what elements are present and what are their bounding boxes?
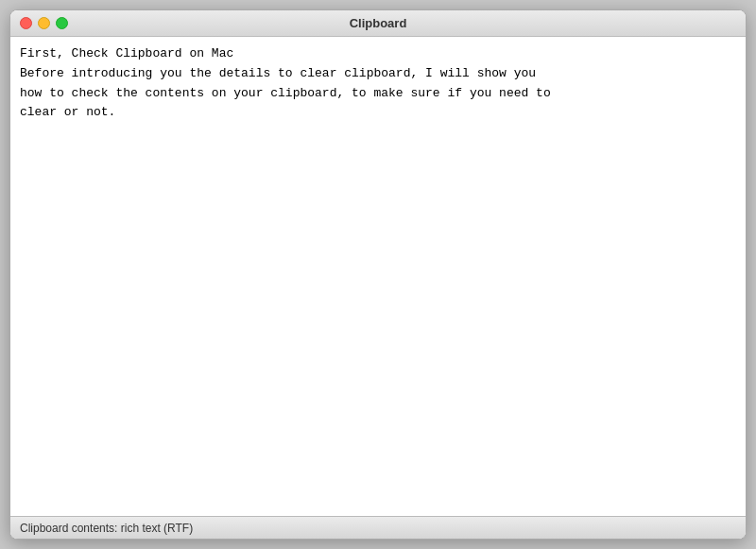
window-controls (20, 17, 68, 29)
title-bar: Clipboard (10, 10, 746, 37)
minimize-button[interactable] (38, 17, 50, 29)
maximize-button[interactable] (56, 17, 68, 29)
content-area: First, Check Clipboard on Mac Before int… (10, 37, 746, 516)
window-title: Clipboard (350, 16, 407, 30)
clipboard-window: Clipboard First, Check Clipboard on Mac … (9, 9, 747, 540)
clipboard-content: First, Check Clipboard on Mac Before int… (20, 44, 736, 123)
status-bar: Clipboard contents: rich text (RTF) (10, 516, 746, 539)
status-text: Clipboard contents: rich text (RTF) (20, 522, 193, 535)
close-button[interactable] (20, 17, 32, 29)
